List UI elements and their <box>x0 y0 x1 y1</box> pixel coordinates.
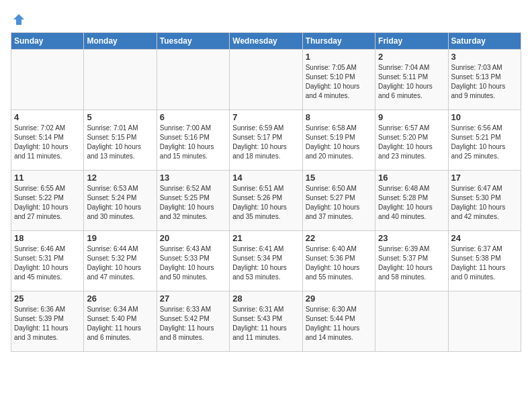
day-info: Sunrise: 6:48 AM Sunset: 5:28 PM Dayligh… <box>378 184 445 222</box>
day-info: Sunrise: 6:46 AM Sunset: 5:31 PM Dayligh… <box>14 244 81 282</box>
day-info: Sunrise: 6:37 AM Sunset: 5:38 PM Dayligh… <box>451 244 518 282</box>
calendar-cell: 5Sunrise: 7:01 AM Sunset: 5:15 PM Daylig… <box>84 110 157 171</box>
day-info: Sunrise: 7:04 AM Sunset: 5:11 PM Dayligh… <box>378 63 445 101</box>
calendar-cell: 24Sunrise: 6:37 AM Sunset: 5:38 PM Dayli… <box>448 231 521 291</box>
day-info: Sunrise: 6:31 AM Sunset: 5:43 PM Dayligh… <box>232 305 299 342</box>
day-info: Sunrise: 6:51 AM Sunset: 5:26 PM Dayligh… <box>232 184 299 222</box>
calendar-week: 25Sunrise: 6:36 AM Sunset: 5:39 PM Dayli… <box>11 291 521 352</box>
day-info: Sunrise: 6:44 AM Sunset: 5:32 PM Dayligh… <box>87 244 153 282</box>
day-info: Sunrise: 6:59 AM Sunset: 5:17 PM Dayligh… <box>232 124 299 161</box>
day-info: Sunrise: 6:55 AM Sunset: 5:22 PM Dayligh… <box>14 184 81 222</box>
weekday-header: Thursday <box>302 33 375 50</box>
day-number: 25 <box>14 293 81 304</box>
calendar-week: 4Sunrise: 7:02 AM Sunset: 5:14 PM Daylig… <box>11 110 521 171</box>
day-info: Sunrise: 7:03 AM Sunset: 5:13 PM Dayligh… <box>451 63 518 101</box>
calendar-cell <box>448 291 521 352</box>
day-number: 26 <box>87 293 153 304</box>
day-number: 27 <box>160 293 226 304</box>
weekday-header: Saturday <box>448 33 521 50</box>
day-info: Sunrise: 6:41 AM Sunset: 5:34 PM Dayligh… <box>232 244 299 282</box>
day-number: 16 <box>378 173 445 183</box>
day-number: 24 <box>451 233 518 243</box>
calendar-week: 1Sunrise: 7:05 AM Sunset: 5:10 PM Daylig… <box>11 50 521 110</box>
calendar-cell: 22Sunrise: 6:40 AM Sunset: 5:36 PM Dayli… <box>302 231 375 291</box>
day-info: Sunrise: 6:30 AM Sunset: 5:44 PM Dayligh… <box>306 305 372 342</box>
day-number: 14 <box>232 173 299 183</box>
calendar-table: SundayMondayTuesdayWednesdayThursdayFrid… <box>11 32 521 352</box>
calendar-cell: 9Sunrise: 6:57 AM Sunset: 5:20 PM Daylig… <box>375 110 448 171</box>
weekday-header: Tuesday <box>157 33 229 50</box>
day-number: 1 <box>306 52 372 62</box>
weekday-header: Wednesday <box>230 33 302 50</box>
day-number: 7 <box>232 112 299 122</box>
calendar-header: SundayMondayTuesdayWednesdayThursdayFrid… <box>11 33 521 50</box>
calendar-cell: 6Sunrise: 7:00 AM Sunset: 5:16 PM Daylig… <box>157 110 229 171</box>
calendar-cell <box>230 50 302 110</box>
day-number: 8 <box>306 112 372 122</box>
calendar-cell <box>157 50 229 110</box>
calendar-cell: 20Sunrise: 6:43 AM Sunset: 5:33 PM Dayli… <box>157 231 229 291</box>
calendar-cell: 13Sunrise: 6:52 AM Sunset: 5:25 PM Dayli… <box>157 171 229 231</box>
weekday-header: Monday <box>84 33 157 50</box>
calendar-cell: 16Sunrise: 6:48 AM Sunset: 5:28 PM Dayli… <box>375 171 448 231</box>
day-number: 9 <box>378 112 445 122</box>
calendar-cell: 8Sunrise: 6:58 AM Sunset: 5:19 PM Daylig… <box>302 110 375 171</box>
day-info: Sunrise: 6:56 AM Sunset: 5:21 PM Dayligh… <box>451 124 518 161</box>
day-info: Sunrise: 6:57 AM Sunset: 5:20 PM Dayligh… <box>378 124 445 161</box>
day-info: Sunrise: 6:53 AM Sunset: 5:24 PM Dayligh… <box>87 184 153 222</box>
weekday-header: Sunday <box>11 33 84 50</box>
calendar-cell: 15Sunrise: 6:50 AM Sunset: 5:27 PM Dayli… <box>302 171 375 231</box>
calendar-cell: 4Sunrise: 7:02 AM Sunset: 5:14 PM Daylig… <box>11 110 84 171</box>
calendar-cell: 28Sunrise: 6:31 AM Sunset: 5:43 PM Dayli… <box>230 291 302 352</box>
day-info: Sunrise: 6:40 AM Sunset: 5:36 PM Dayligh… <box>306 244 372 282</box>
calendar-cell <box>11 50 84 110</box>
calendar-cell: 12Sunrise: 6:53 AM Sunset: 5:24 PM Dayli… <box>84 171 157 231</box>
day-number: 28 <box>232 293 299 304</box>
day-number: 15 <box>306 173 372 183</box>
day-number: 17 <box>451 173 518 183</box>
day-number: 19 <box>87 233 153 243</box>
calendar-week: 11Sunrise: 6:55 AM Sunset: 5:22 PM Dayli… <box>11 171 521 231</box>
weekday-header: Friday <box>375 33 448 50</box>
day-info: Sunrise: 6:39 AM Sunset: 5:37 PM Dayligh… <box>378 244 445 282</box>
day-info: Sunrise: 7:02 AM Sunset: 5:14 PM Dayligh… <box>14 124 81 161</box>
logo <box>11 11 26 27</box>
day-info: Sunrise: 6:36 AM Sunset: 5:39 PM Dayligh… <box>14 305 81 342</box>
day-info: Sunrise: 7:00 AM Sunset: 5:16 PM Dayligh… <box>160 124 226 161</box>
day-info: Sunrise: 7:05 AM Sunset: 5:10 PM Dayligh… <box>306 63 372 101</box>
day-number: 10 <box>451 112 518 122</box>
calendar-cell: 17Sunrise: 6:47 AM Sunset: 5:30 PM Dayli… <box>448 171 521 231</box>
day-info: Sunrise: 6:58 AM Sunset: 5:19 PM Dayligh… <box>306 124 372 161</box>
day-number: 29 <box>306 293 372 304</box>
day-number: 12 <box>87 173 153 183</box>
calendar-cell: 26Sunrise: 6:34 AM Sunset: 5:40 PM Dayli… <box>84 291 157 352</box>
calendar-cell: 23Sunrise: 6:39 AM Sunset: 5:37 PM Dayli… <box>375 231 448 291</box>
day-number: 21 <box>232 233 299 243</box>
calendar-cell: 11Sunrise: 6:55 AM Sunset: 5:22 PM Dayli… <box>11 171 84 231</box>
calendar-body: 1Sunrise: 7:05 AM Sunset: 5:10 PM Daylig… <box>11 50 521 352</box>
calendar-cell: 27Sunrise: 6:33 AM Sunset: 5:42 PM Dayli… <box>157 291 229 352</box>
day-info: Sunrise: 6:33 AM Sunset: 5:42 PM Dayligh… <box>160 305 226 342</box>
day-info: Sunrise: 6:43 AM Sunset: 5:33 PM Dayligh… <box>160 244 226 282</box>
day-info: Sunrise: 6:52 AM Sunset: 5:25 PM Dayligh… <box>160 184 226 222</box>
day-info: Sunrise: 7:01 AM Sunset: 5:15 PM Dayligh… <box>87 124 153 161</box>
day-number: 13 <box>160 173 226 183</box>
page-header <box>11 11 521 27</box>
calendar-cell: 21Sunrise: 6:41 AM Sunset: 5:34 PM Dayli… <box>230 231 302 291</box>
calendar-cell: 18Sunrise: 6:46 AM Sunset: 5:31 PM Dayli… <box>11 231 84 291</box>
day-info: Sunrise: 6:34 AM Sunset: 5:40 PM Dayligh… <box>87 305 153 342</box>
calendar-cell <box>84 50 157 110</box>
calendar-cell: 2Sunrise: 7:04 AM Sunset: 5:11 PM Daylig… <box>375 50 448 110</box>
calendar-cell: 3Sunrise: 7:03 AM Sunset: 5:13 PM Daylig… <box>448 50 521 110</box>
logo-text <box>11 11 26 27</box>
calendar-cell: 29Sunrise: 6:30 AM Sunset: 5:44 PM Dayli… <box>302 291 375 352</box>
calendar-cell: 1Sunrise: 7:05 AM Sunset: 5:10 PM Daylig… <box>302 50 375 110</box>
day-number: 23 <box>378 233 445 243</box>
day-number: 3 <box>451 52 518 62</box>
day-number: 6 <box>160 112 226 122</box>
day-info: Sunrise: 6:47 AM Sunset: 5:30 PM Dayligh… <box>451 184 518 222</box>
calendar-cell <box>375 291 448 352</box>
calendar-week: 18Sunrise: 6:46 AM Sunset: 5:31 PM Dayli… <box>11 231 521 291</box>
day-number: 5 <box>87 112 153 122</box>
day-number: 2 <box>378 52 445 62</box>
